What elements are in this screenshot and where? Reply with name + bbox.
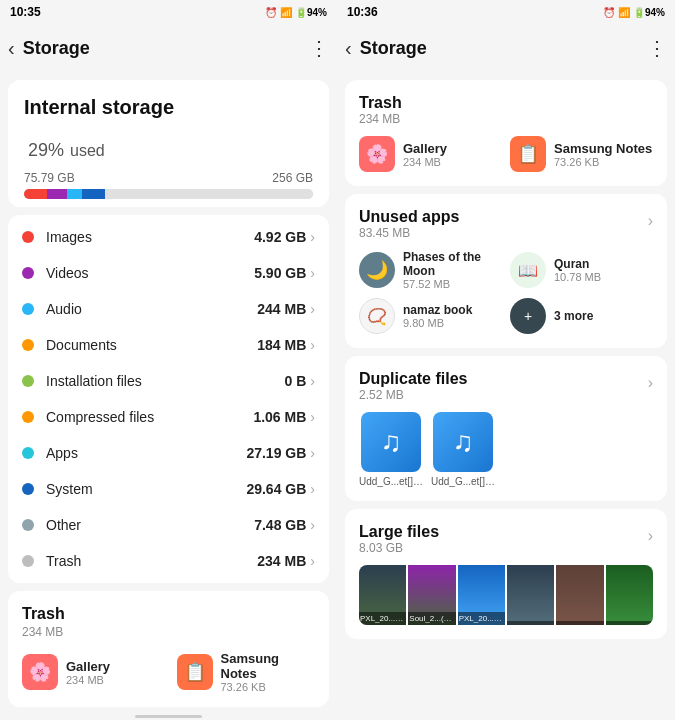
list-item-images[interactable]: Images 4.92 GB › (8, 219, 329, 255)
trash-apps-row-left: 🌸 Gallery 234 MB 📋 Samsung Notes 73.26 K… (22, 651, 315, 693)
trash-card: Trash 234 MB 🌸 Gallery 234 MB 📋 Samsung … (345, 80, 667, 186)
time-left: 10:35 (10, 5, 41, 19)
unused-grid: 🌙 Phases of the Moon 57.52 MB 📖 Quran 10… (359, 250, 653, 334)
gallery-size-right: 234 MB (403, 156, 447, 168)
notes-name-left: Samsung Notes (221, 651, 316, 681)
list-item-videos[interactable]: Videos 5.90 GB › (8, 255, 329, 291)
gallery-icon-right: 🌸 (359, 136, 395, 172)
more-name: 3 more (554, 309, 593, 323)
more-info: 3 more (554, 309, 593, 323)
chevron-videos: › (310, 265, 315, 281)
item-size-apps: 27.19 GB (246, 445, 306, 461)
right-panel: 10:36 ⏰ 📶 🔋94% ‹ Storage ⋮ Trash 234 MB … (337, 0, 675, 720)
quran-name: Quran (554, 257, 601, 271)
dot-audio (22, 303, 34, 315)
namaz-info: namaz book 9.80 MB (403, 303, 472, 329)
more-button-right[interactable]: ⋮ (647, 36, 667, 60)
battery-icon: 🔋94% (295, 7, 327, 18)
notes-size-right: 73.26 KB (554, 156, 652, 168)
unused-chevron: › (648, 212, 653, 230)
large-thumb-1: PXL_20...43.mp4 (359, 565, 406, 625)
storage-list: Images 4.92 GB › Videos 5.90 GB › Audio … (8, 215, 329, 583)
dup-files-row: ♫ Udd_G...et[].mp3 ♫ Udd_G...et[].mp3 (359, 412, 653, 487)
moon-info: Phases of the Moon 57.52 MB (403, 250, 502, 290)
alarm-icon: ⏰ (265, 7, 277, 18)
more-button-left[interactable]: ⋮ (309, 36, 329, 60)
gallery-icon-left: 🌸 (22, 654, 58, 690)
dot-installation (22, 375, 34, 387)
item-name-other: Other (46, 517, 254, 533)
trash-card-title-group: Trash 234 MB (359, 94, 402, 126)
item-size-system: 29.64 GB (246, 481, 306, 497)
list-item-installation[interactable]: Installation files 0 B › (8, 363, 329, 399)
total-gb: 256 GB (272, 171, 313, 185)
top-bar-left: ‹ Storage ⋮ (0, 24, 337, 72)
unused-card-header: Unused apps 83.45 MB › (359, 208, 653, 240)
large-label-5 (556, 621, 603, 625)
list-item-compressed[interactable]: Compressed files 1.06 MB › (8, 399, 329, 435)
storage-title: Internal storage (24, 96, 313, 119)
back-button-right[interactable]: ‹ (345, 37, 352, 60)
unused-item-quran: 📖 Quran 10.78 MB (510, 250, 653, 290)
trash-gallery-right: 🌸 Gallery 234 MB (359, 136, 502, 172)
trash-card-title: Trash (359, 94, 402, 112)
gallery-name-left: Gallery (66, 659, 110, 674)
list-item-audio[interactable]: Audio 244 MB › (8, 291, 329, 327)
list-item-documents[interactable]: Documents 184 MB › (8, 327, 329, 363)
item-size-installation: 0 B (285, 373, 307, 389)
dup-file-1: ♫ Udd_G...et[].mp3 (359, 412, 423, 487)
dot-images (22, 231, 34, 243)
seg-images (24, 189, 47, 199)
list-item-trash[interactable]: Trash 234 MB › (8, 543, 329, 579)
signal-icon: 📶 (280, 7, 292, 18)
seg-free (105, 189, 313, 199)
chevron-trash: › (310, 553, 315, 569)
unused-item-moon: 🌙 Phases of the Moon 57.52 MB (359, 250, 502, 290)
large-title-group: Large files 8.03 GB (359, 523, 439, 555)
large-label-4 (507, 621, 554, 625)
notes-size-left: 73.26 KB (221, 681, 316, 693)
trash-app-gallery-left: 🌸 Gallery 234 MB (22, 651, 161, 693)
status-icons-right: ⏰ 📶 🔋94% (603, 7, 665, 18)
seg-apps (82, 189, 105, 199)
dot-trash (22, 555, 34, 567)
dot-videos (22, 267, 34, 279)
chevron-documents: › (310, 337, 315, 353)
large-card-size: 8.03 GB (359, 541, 439, 555)
dot-system (22, 483, 34, 495)
item-name-videos: Videos (46, 265, 254, 281)
item-name-compressed: Compressed files (46, 409, 253, 425)
duplicate-files-card[interactable]: Duplicate files 2.52 MB › ♫ Udd_G...et[]… (345, 356, 667, 501)
chevron-apps: › (310, 445, 315, 461)
left-panel: 10:35 ⏰ 📶 🔋94% ‹ Storage ⋮ Internal stor… (0, 0, 337, 720)
large-thumb-3: PXL_20...63.mp4 (458, 565, 505, 625)
list-item-apps[interactable]: Apps 27.19 GB › (8, 435, 329, 471)
back-button-left[interactable]: ‹ (8, 37, 15, 60)
moon-name: Phases of the Moon (403, 250, 502, 278)
large-thumb-6 (606, 565, 653, 625)
large-label-6 (606, 621, 653, 625)
notes-info-left: Samsung Notes 73.26 KB (221, 651, 316, 693)
large-thumb-5 (556, 565, 603, 625)
battery-icon-r: 🔋94% (633, 7, 665, 18)
gallery-size-left: 234 MB (66, 674, 110, 686)
page-title-right: Storage (360, 38, 639, 59)
dup-file-name-1: Udd_G...et[].mp3 (359, 476, 423, 487)
trash-card-size: 234 MB (359, 112, 402, 126)
large-card-header: Large files 8.03 GB › (359, 523, 653, 555)
chevron-system: › (310, 481, 315, 497)
right-scroll[interactable]: Trash 234 MB 🌸 Gallery 234 MB 📋 Samsung … (337, 72, 675, 720)
unused-apps-card[interactable]: Unused apps 83.45 MB › 🌙 Phases of the M… (345, 194, 667, 348)
item-size-videos: 5.90 GB (254, 265, 306, 281)
large-label-1: PXL_20...43.mp4 (359, 612, 406, 625)
seg-audio (67, 189, 81, 199)
list-item-system[interactable]: System 29.64 GB › (8, 471, 329, 507)
left-scroll[interactable]: Internal storage 29%used 75.79 GB 256 GB… (0, 72, 337, 720)
item-name-documents: Documents (46, 337, 257, 353)
large-files-card[interactable]: Large files 8.03 GB › PXL_20...43.mp4 So… (345, 509, 667, 639)
unused-card-size: 83.45 MB (359, 226, 459, 240)
chevron-images: › (310, 229, 315, 245)
list-item-other[interactable]: Other 7.48 GB › (8, 507, 329, 543)
large-label-2: Soul_2...(1).mkv (408, 612, 455, 625)
alarm-icon-r: ⏰ (603, 7, 615, 18)
